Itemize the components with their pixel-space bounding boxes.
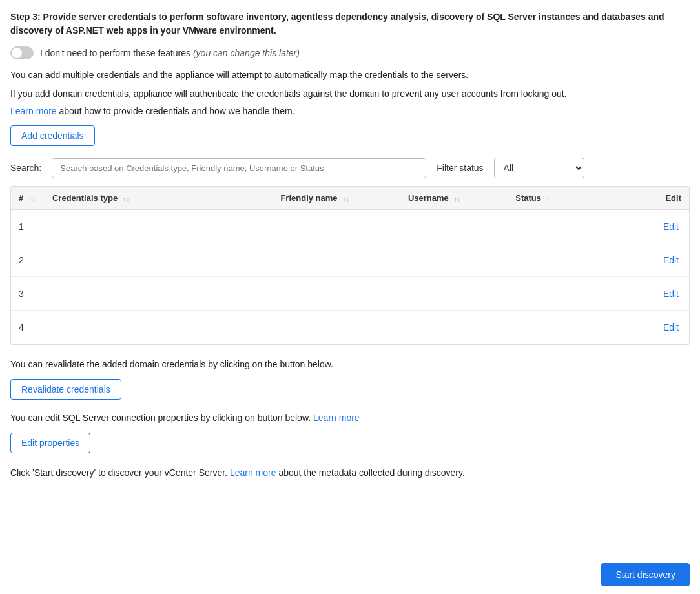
col-header-num[interactable]: # ↑↓	[11, 187, 45, 210]
search-filter-row: Search: Filter status All Valid Invalid …	[10, 158, 690, 178]
cell-friendly-name-4	[273, 311, 400, 344]
sort-icon-friendly: ↑↓	[342, 195, 349, 203]
col-header-status[interactable]: Status ↑↓	[508, 187, 648, 210]
learn-more-suffix: about how to provide credentials and how…	[57, 106, 295, 116]
filter-status-label: Filter status	[437, 163, 483, 173]
step-header: Step 3: Provide server credentials to pe…	[10, 10, 690, 37]
cell-num-2: 2	[11, 243, 45, 277]
cell-status-3	[508, 277, 648, 311]
cell-cred-type-3	[45, 277, 273, 311]
cell-status-2	[508, 243, 648, 277]
edit-button-row-1[interactable]: Edit	[649, 210, 689, 243]
cell-num-4: 4	[11, 311, 45, 344]
revalidate-credentials-button[interactable]: Revalidate credentials	[10, 379, 121, 400]
filter-status-select[interactable]: All Valid Invalid Pending	[494, 158, 584, 178]
table-row: 1 Edit	[11, 210, 689, 243]
table-header-row: # ↑↓ Credentials type ↑↓ Friendly name ↑…	[11, 187, 689, 210]
cell-num-3: 3	[11, 277, 45, 311]
bottom-bar: Start discovery	[0, 555, 700, 594]
cell-cred-type-1	[45, 210, 273, 243]
table-row: 4 Edit	[11, 311, 689, 344]
sort-icon-status: ↑↓	[546, 195, 553, 203]
edit-button-row-2[interactable]: Edit	[649, 243, 689, 277]
sort-icon-num: ↑↓	[28, 195, 36, 203]
edit-properties-text: You can edit SQL Server connection prope…	[10, 411, 690, 425]
col-header-cred-type[interactable]: Credentials type ↑↓	[45, 187, 273, 210]
edit-properties-button[interactable]: Edit properties	[10, 433, 90, 453]
edit-button-row-4[interactable]: Edit	[649, 311, 689, 344]
cell-num-1: 1	[11, 210, 45, 243]
col-header-friendly-name[interactable]: Friendly name ↑↓	[273, 187, 400, 210]
table-row: 2 Edit	[11, 243, 689, 277]
edit-button-row-3[interactable]: Edit	[649, 277, 689, 311]
search-label: Search:	[10, 163, 41, 173]
sort-icon-username: ↑↓	[453, 195, 460, 203]
learn-more-row: Learn more about how to provide credenti…	[10, 106, 690, 116]
cell-status-1	[508, 210, 648, 243]
cell-username-2	[400, 243, 508, 277]
col-header-edit: Edit	[649, 187, 689, 210]
toggle-row: I don't need to perform these features (…	[10, 46, 690, 59]
toggle-label: I don't need to perform these features (…	[40, 48, 300, 58]
start-discovery-button[interactable]: Start discovery	[601, 563, 690, 586]
cell-friendly-name-2	[273, 243, 400, 277]
credentials-table: # ↑↓ Credentials type ↑↓ Friendly name ↑…	[10, 186, 690, 345]
cell-username-1	[400, 210, 508, 243]
discovery-learn-more-link[interactable]: Learn more	[230, 467, 276, 478]
cell-cred-type-2	[45, 243, 273, 277]
cell-username-3	[400, 277, 508, 311]
col-header-username[interactable]: Username ↑↓	[400, 187, 508, 210]
cell-friendly-name-1	[273, 210, 400, 243]
table-row: 3 Edit	[11, 277, 689, 311]
cell-username-4	[400, 311, 508, 344]
cell-friendly-name-3	[273, 277, 400, 311]
cell-status-4	[508, 311, 648, 344]
revalidate-text: You can revalidate the added domain cred…	[10, 358, 690, 371]
edit-properties-learn-more-link[interactable]: Learn more	[313, 413, 360, 423]
learn-more-link[interactable]: Learn more	[10, 106, 57, 116]
discovery-text: Click 'Start discovery' to discover your…	[10, 466, 690, 480]
info-line1: You can add multiple credentials and the…	[10, 68, 690, 82]
add-credentials-button[interactable]: Add credentials	[10, 125, 95, 146]
toggle-switch[interactable]	[10, 46, 34, 59]
search-input[interactable]	[52, 158, 426, 178]
sort-icon-cred: ↑↓	[123, 195, 130, 203]
cell-cred-type-4	[45, 311, 273, 344]
info-line2: If you add domain credentials, appliance…	[10, 87, 690, 101]
